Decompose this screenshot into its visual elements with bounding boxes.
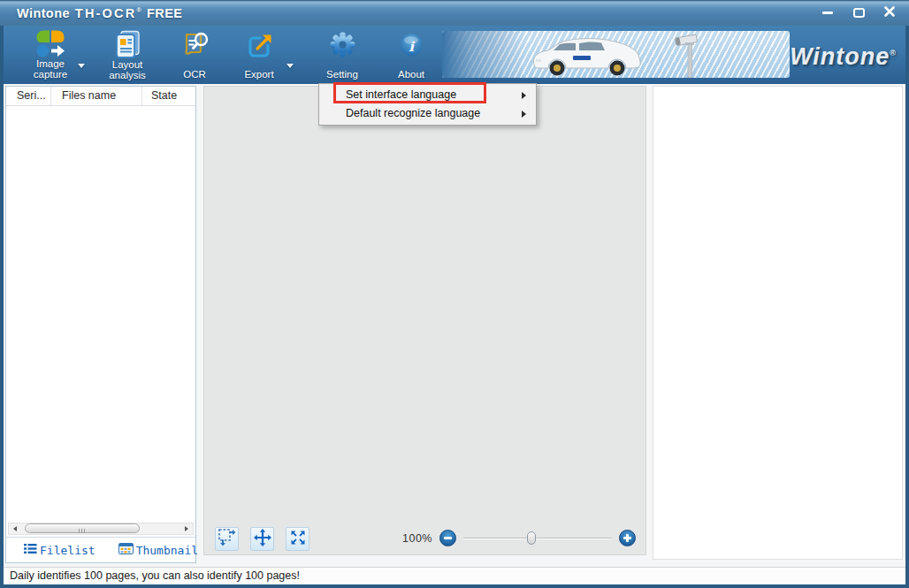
about-icon: i bbox=[398, 30, 424, 59]
setting-button[interactable]: Setting bbox=[311, 30, 373, 80]
title-edition: FREE bbox=[147, 6, 182, 20]
setting-label: Setting bbox=[326, 69, 358, 80]
wintone-logo: Wintone® bbox=[790, 43, 897, 71]
menu-item-label: Default recognize language bbox=[346, 107, 480, 119]
result-panel bbox=[653, 86, 903, 560]
scrollbar-track[interactable] bbox=[21, 523, 180, 534]
minus-icon bbox=[444, 537, 452, 539]
preview-toolbar bbox=[215, 527, 309, 551]
zoom-level: 100% bbox=[401, 532, 432, 545]
export-icon bbox=[245, 30, 274, 59]
zoom-out-button[interactable] bbox=[439, 530, 456, 546]
scrollbar-grip-icon bbox=[78, 521, 86, 537]
image-capture-button[interactable]: Imagecapture bbox=[19, 30, 81, 80]
file-list-header: Seri... Files name State bbox=[6, 87, 195, 106]
close-icon bbox=[883, 5, 896, 21]
maximize-icon bbox=[853, 8, 865, 18]
scroll-left-button[interactable] bbox=[9, 523, 21, 534]
close-button[interactable] bbox=[881, 4, 898, 23]
title-product: TH-OCR bbox=[75, 6, 137, 20]
image-capture-label-line1: Image bbox=[34, 58, 67, 69]
window-controls bbox=[819, 0, 898, 26]
image-capture-icon bbox=[36, 30, 65, 58]
export-dropdown-icon[interactable] bbox=[286, 64, 294, 68]
title-brand: Wintone bbox=[17, 6, 70, 20]
column-header-state[interactable]: State bbox=[142, 87, 195, 105]
column-header-serial[interactable]: Seri... bbox=[6, 87, 51, 105]
annotation-highlight bbox=[333, 82, 486, 103]
zoom-controls: 100% bbox=[401, 530, 636, 546]
zoom-slider-handle[interactable] bbox=[527, 531, 536, 545]
horizontal-scrollbar[interactable] bbox=[8, 523, 194, 535]
image-capture-dropdown-icon[interactable] bbox=[78, 64, 85, 68]
pan-button[interactable] bbox=[250, 527, 274, 551]
minimize-button[interactable] bbox=[819, 4, 836, 23]
layout-analysis-label-line2: analysis bbox=[109, 70, 146, 80]
select-region-icon bbox=[218, 528, 236, 550]
window-title: WintoneTH-OCR®FREE bbox=[0, 6, 182, 20]
tab-filelist-label: Filelist bbox=[40, 544, 95, 557]
maximize-button[interactable] bbox=[850, 4, 867, 23]
scroll-right-button[interactable] bbox=[180, 523, 193, 534]
wintone-logo-text: Wintone bbox=[790, 43, 890, 70]
preview-area: 100% bbox=[203, 86, 646, 555]
status-message: Daily identifies 100 pages, you can also… bbox=[10, 569, 300, 582]
thumbnail-icon bbox=[118, 542, 134, 558]
zoom-slider[interactable] bbox=[463, 531, 612, 546]
layout-analysis-icon bbox=[113, 30, 142, 59]
registered-mark: ® bbox=[136, 7, 141, 13]
pan-move-icon bbox=[254, 529, 271, 550]
scroll-right-icon bbox=[185, 526, 188, 531]
app-window: WintoneTH-OCR®FREE Imagecapture bbox=[0, 0, 909, 588]
export-label: Export bbox=[244, 69, 273, 80]
submenu-arrow-icon bbox=[522, 111, 526, 118]
tab-thumbnail[interactable]: Thumbnail bbox=[118, 542, 198, 558]
zoom-slider-track[interactable] bbox=[463, 538, 612, 539]
main-toolbar: Imagecapture Layoutanalysis bbox=[4, 26, 905, 84]
select-region-button[interactable] bbox=[215, 527, 239, 551]
fit-screen-button[interactable] bbox=[286, 527, 309, 551]
image-capture-label-line2: capture bbox=[34, 69, 67, 80]
about-label: About bbox=[398, 69, 424, 80]
setting-icon bbox=[328, 30, 357, 59]
about-button[interactable]: i About bbox=[380, 30, 442, 80]
ocr-icon bbox=[180, 30, 210, 59]
promo-banner bbox=[442, 31, 790, 78]
window-border-right bbox=[905, 0, 909, 588]
window-border-left bbox=[0, 0, 4, 588]
layout-analysis-button[interactable]: Layoutanalysis bbox=[96, 30, 158, 80]
submenu-arrow-icon bbox=[522, 92, 526, 99]
status-bar: Daily identifies 100 pages, you can also… bbox=[4, 567, 905, 584]
ocr-label: OCR bbox=[183, 69, 206, 80]
tab-thumbnail-label: Thumbnail bbox=[136, 544, 198, 557]
minimize-icon bbox=[822, 11, 833, 14]
scrollbar-thumb[interactable] bbox=[25, 523, 140, 533]
scroll-left-icon bbox=[13, 526, 17, 531]
menu-item-default-recognize-language[interactable]: Default recognize language bbox=[319, 104, 536, 123]
zoom-in-button[interactable] bbox=[619, 530, 636, 546]
column-header-files-name[interactable]: Files name bbox=[51, 87, 142, 105]
export-button[interactable]: Export bbox=[228, 30, 290, 80]
file-list-panel: Seri... Files name State Filelis bbox=[5, 86, 196, 563]
layout-analysis-label-line1: Layout bbox=[109, 59, 146, 70]
file-list-body bbox=[6, 106, 195, 522]
tab-filelist[interactable]: Filelist bbox=[24, 542, 95, 558]
car-image bbox=[527, 33, 646, 77]
view-tabs: Filelist Thumbnail bbox=[6, 537, 195, 562]
ocr-button[interactable]: OCR bbox=[164, 30, 225, 80]
filelist-icon bbox=[24, 542, 37, 558]
window-border-bottom bbox=[0, 584, 909, 588]
title-bar: WintoneTH-OCR®FREE bbox=[0, 0, 909, 26]
fit-screen-icon bbox=[290, 530, 306, 549]
camera-image bbox=[674, 33, 709, 78]
wintone-logo-reg: ® bbox=[890, 49, 897, 57]
